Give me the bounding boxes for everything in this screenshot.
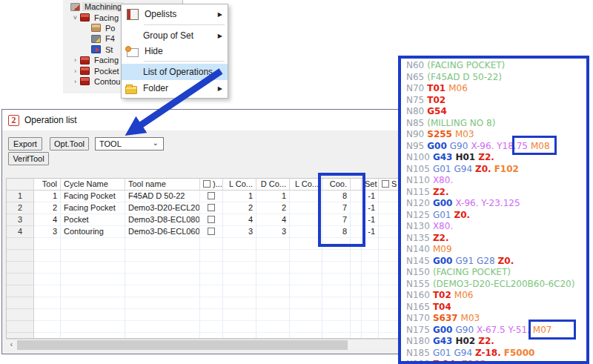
column-header-rowhdr[interactable] (7, 179, 34, 191)
cell-cycle: Facing Pocket (61, 191, 125, 202)
empty-cell (351, 333, 362, 339)
empty-cell (61, 274, 125, 285)
row-checkbox[interactable] (208, 192, 215, 199)
gcode-token: Z-18. (475, 348, 501, 358)
scrollbar-thumb[interactable] (17, 340, 348, 350)
header-checkbox[interactable] (382, 180, 389, 188)
tree-item-label: Machining (82, 2, 124, 11)
empty-cell (290, 285, 322, 297)
empty-cell (34, 297, 61, 309)
empty-cell (125, 285, 200, 297)
menu-item-hide[interactable]: Hide (122, 44, 228, 59)
machining-icon (70, 3, 80, 11)
table-empty-row (7, 309, 400, 321)
horizontal-scrollbar[interactable]: ‹ (6, 339, 401, 350)
expander-open-icon[interactable]: ˅ (70, 14, 80, 21)
row-checkbox[interactable] (208, 204, 215, 211)
empty-cell (256, 250, 290, 262)
menu-item-opelists[interactable]: Opelists▶ (122, 6, 228, 22)
gcode-token: M06 (448, 83, 468, 93)
opelists-icon (127, 9, 139, 20)
gcode-token: (F45AD D 50-22) (427, 72, 502, 82)
window-title: Operation list (24, 115, 77, 125)
gcode-token: N85 (406, 118, 424, 128)
row-checkbox[interactable] (208, 228, 215, 235)
empty-cell (362, 262, 379, 274)
empty-cell (125, 238, 200, 250)
facing-icon (80, 56, 90, 64)
empty-cell (61, 285, 125, 297)
empty-cell (322, 285, 351, 297)
gcode-token: N155 (406, 279, 430, 289)
gcode-token: N115 (406, 187, 430, 197)
empty-cell (200, 238, 223, 250)
cell-dco: 4 (256, 214, 290, 226)
highlight-box-m08 (512, 136, 557, 155)
empty-cell (223, 285, 256, 297)
empty-cell (200, 262, 223, 274)
scroll-left-icon[interactable]: ‹ (6, 340, 17, 351)
gcode-token: X80. (433, 175, 453, 185)
cell-name: Demo3-D20-ECL200... (125, 202, 200, 214)
empty-cell (7, 297, 34, 309)
column-header-dco[interactable]: D Co... (256, 179, 290, 191)
cell-name: Demo3-D6-ECL060B... (125, 226, 200, 238)
cell-name: F45AD D 50-22 (125, 191, 200, 202)
empty-cell (200, 309, 223, 321)
empty-cell (290, 250, 322, 262)
cell-cycle: Contouring (61, 226, 125, 238)
expander-closed-icon[interactable]: › (70, 78, 80, 85)
gcode-line: N125G01Z0. (406, 210, 586, 222)
tree-item-label: Po (103, 24, 117, 33)
column-header-lco[interactable]: L Co... (223, 179, 256, 191)
empty-cell (362, 333, 379, 339)
empty-cell (7, 274, 34, 285)
export-button[interactable]: Export (8, 137, 42, 150)
verif-tool-button[interactable]: VerifTool (8, 152, 49, 165)
gcode-token: M03 (461, 313, 480, 323)
empty-cell (61, 262, 125, 274)
gcode-line: N150(FACING POCKET) (406, 267, 586, 279)
empty-cell (200, 285, 223, 297)
gcode-token: G00 (433, 198, 453, 208)
menu-separator (144, 24, 225, 25)
expander-closed-icon[interactable]: › (70, 67, 80, 75)
menu-item-label: Opelists (145, 9, 176, 19)
gcode-line: N95G00G90X-96. Y18.75M08 (406, 141, 586, 153)
gcode-token: M03 (455, 129, 474, 139)
gcode-token: N135 (406, 233, 430, 243)
table-empty-row (7, 274, 400, 285)
column-header-tool[interactable]: Tool (34, 179, 61, 191)
gcode-line: N90S255M03 (406, 129, 586, 141)
gcode-line: N65(F45AD D 50-22) (406, 72, 586, 84)
submenu-arrow-icon: ▶ (218, 11, 222, 18)
tool-icon (91, 35, 101, 43)
row-checkbox[interactable] (208, 216, 215, 223)
gcode-token: G00 (433, 325, 453, 335)
opt-tool-button[interactable]: Opt.Tool (50, 137, 89, 150)
expander-closed-icon[interactable]: › (70, 56, 80, 64)
header-checkbox[interactable] (203, 180, 211, 188)
gcode-token: F102 (494, 164, 519, 174)
tree-item-label: St (103, 45, 115, 54)
cell-lco: 2 (223, 202, 256, 214)
menu-item-group-of-set[interactable]: Group of Set▶ (122, 27, 228, 44)
column-header-name[interactable]: Tool name (125, 179, 200, 191)
gcode-token: G94 (454, 348, 472, 358)
cell-chk1 (200, 226, 223, 238)
gcode-line: N60(FACING POCKET) (406, 60, 586, 72)
empty-cell (322, 321, 351, 333)
empty-cell (256, 274, 290, 285)
tree-item-label: Facing (92, 13, 121, 22)
empty-cell (290, 297, 322, 309)
column-header-cycle[interactable]: Cycle Name (61, 179, 125, 191)
gcode-token: S637 (433, 313, 458, 323)
empty-cell (200, 321, 223, 333)
gcode-token: N165 (406, 302, 430, 312)
empty-cell (7, 250, 34, 262)
cell-dco: 3 (256, 226, 290, 238)
empty-cell (200, 250, 223, 262)
column-header-chk1[interactable]: )... (200, 179, 223, 191)
gcode-token: (FACING POCKET) (427, 60, 505, 70)
gcode-token: N65 (406, 72, 424, 82)
